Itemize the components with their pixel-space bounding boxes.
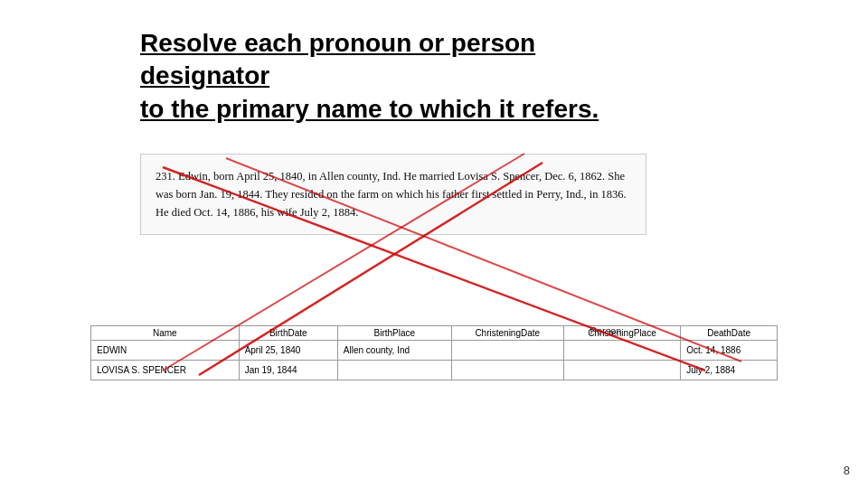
col-name: Name	[91, 326, 240, 341]
title-text: Resolve each pronoun or person designato…	[140, 27, 665, 126]
title-line1: Resolve each pronoun or person designato…	[140, 29, 535, 89]
cell-0-3	[451, 341, 563, 361]
title-line2: to the primary name to which it refers.	[140, 95, 599, 123]
cell-0-4	[563, 341, 681, 361]
cell-1-5: July 2, 1884	[681, 361, 778, 380]
data-table: Name BirthDate BirthPlace ChristeningDat…	[90, 325, 778, 380]
cell-0-5: Oct. 14, 1886	[681, 341, 778, 361]
person-label: Person	[570, 325, 642, 336]
title-area: Resolve each pronoun or person designato…	[140, 27, 665, 126]
table-area: Person Name BirthDate BirthPlace Christe…	[90, 307, 778, 380]
cell-0-1: April 25, 1840	[239, 341, 337, 361]
cell-1-1: Jan 19, 1844	[239, 361, 337, 380]
cell-1-3	[451, 361, 563, 380]
table-row: LOVISA S. SPENCERJan 19, 1844July 2, 188…	[91, 361, 778, 380]
cell-0-0: EDWIN	[91, 341, 240, 361]
cell-0-2: Allen county, Ind	[337, 341, 451, 361]
slide: Resolve each pronoun or person designato…	[0, 0, 868, 488]
document-box: 231. Edwin, born April 25, 1840, in Alle…	[140, 154, 646, 235]
table-row: EDWINApril 25, 1840Allen county, IndOct.…	[91, 341, 778, 361]
col-christeningdate: ChristeningDate	[451, 326, 563, 341]
document-text: 231. Edwin, born April 25, 1840, in Alle…	[156, 170, 627, 219]
cell-1-2	[337, 361, 451, 380]
cell-1-0: LOVISA S. SPENCER	[91, 361, 240, 380]
col-birthplace: BirthPlace	[337, 326, 451, 341]
col-deathdate: DeathDate	[681, 326, 778, 341]
table-header-row: Name BirthDate BirthPlace ChristeningDat…	[91, 326, 778, 341]
cell-1-4	[563, 361, 681, 380]
col-birthdate: BirthDate	[239, 326, 337, 341]
page-number: 8	[844, 464, 850, 477]
